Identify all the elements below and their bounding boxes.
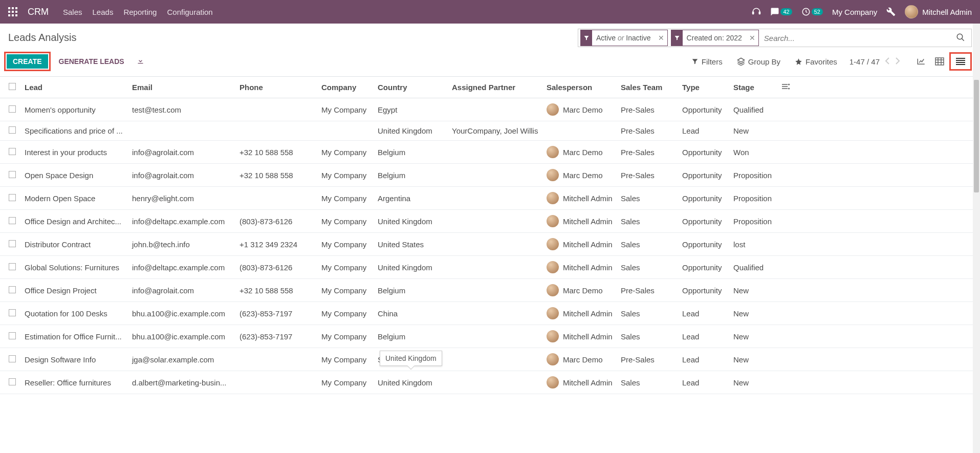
svg-rect-24	[782, 86, 788, 87]
col-partner[interactable]: Assigned Partner	[448, 77, 542, 98]
company-switcher[interactable]: My Company	[832, 8, 877, 16]
row-checkbox[interactable]	[9, 148, 16, 155]
generate-leads-button[interactable]: GENERATE LEADS	[54, 54, 129, 69]
tray-phone-icon[interactable]	[752, 7, 761, 16]
cell-company: My Company	[317, 325, 374, 348]
col-stage[interactable]: Stage	[729, 77, 778, 98]
download-icon[interactable]	[133, 54, 148, 69]
cell-company: My Company	[317, 348, 374, 371]
svg-rect-6	[8, 14, 10, 16]
cell-phone: +32 10 588 558	[235, 279, 317, 302]
scrollbar[interactable]	[973, 24, 980, 394]
svg-rect-5	[15, 11, 17, 13]
brand[interactable]: CRM	[28, 7, 49, 17]
cell-email: bhu.a100@ic.example.com	[128, 325, 235, 348]
create-button[interactable]: CREATE	[7, 54, 48, 69]
cell-type: Opportunity	[678, 141, 729, 164]
row-checkbox[interactable]	[9, 309, 16, 316]
table-row[interactable]: Modern Open Space henry@elight.com My Co…	[0, 187, 973, 210]
column-options-icon[interactable]	[778, 77, 973, 98]
table-row[interactable]: Interest in your products info@agrolait.…	[0, 141, 973, 164]
row-checkbox[interactable]	[9, 286, 16, 293]
cell-salesperson: Mitchell Admin	[542, 325, 617, 348]
table-row[interactable]: Momen's opportunity test@test.com My Com…	[0, 98, 973, 121]
table-row[interactable]: Estimation for Office Furnit... bhu.a100…	[0, 325, 973, 348]
cell-stage: Proposition	[729, 187, 778, 210]
row-checkbox[interactable]	[9, 332, 16, 339]
table-row[interactable]: Distributor Contract john.b@tech.info +1…	[0, 233, 973, 256]
table-row[interactable]: Open Space Design info@agrolait.com +32 …	[0, 164, 973, 187]
cell-stage: New	[729, 325, 778, 348]
cell-company	[317, 121, 374, 141]
messages-icon[interactable]: 42	[770, 7, 792, 16]
table-row[interactable]: Global Solutions: Furnitures info@deltap…	[0, 256, 973, 279]
cell-stage: New	[729, 279, 778, 302]
row-checkbox[interactable]	[9, 263, 16, 270]
row-checkbox[interactable]	[9, 105, 16, 113]
row-checkbox[interactable]	[9, 217, 16, 224]
pager-next-icon[interactable]	[895, 57, 900, 66]
debug-icon[interactable]	[886, 7, 896, 16]
nav-sales[interactable]: Sales	[63, 8, 82, 16]
cell-salesperson: Marc Demo	[542, 98, 617, 121]
cell-partner	[448, 256, 542, 279]
row-checkbox[interactable]	[9, 240, 16, 247]
activities-icon[interactable]: 52	[801, 7, 823, 16]
nav-reporting[interactable]: Reporting	[123, 8, 157, 16]
cell-company: My Company	[317, 141, 374, 164]
row-checkbox[interactable]	[9, 194, 16, 201]
cell-company: My Company	[317, 233, 374, 256]
groupby-dropdown[interactable]: Group By	[737, 57, 780, 66]
table-row[interactable]: Design Software Info jga@solar.example.c…	[0, 348, 973, 371]
cell-salesperson: Marc Demo	[542, 348, 617, 371]
table-row[interactable]: Office Design and Architec... info@delta…	[0, 210, 973, 233]
facet-remove-icon[interactable]: ✕	[746, 34, 758, 42]
search-box[interactable]: Active or Inactive ✕ Created on: 2022 ✕	[578, 29, 972, 47]
row-checkbox[interactable]	[9, 378, 16, 385]
cell-partner	[448, 187, 542, 210]
apps-icon[interactable]	[8, 7, 17, 16]
view-graph-icon[interactable]	[912, 54, 930, 69]
view-pivot-icon[interactable]	[931, 54, 948, 69]
salesperson-name: Marc Demo	[563, 355, 603, 364]
table-row[interactable]: Reseller: Office furnitures d.albert@mar…	[0, 371, 973, 394]
cell-salesperson: Mitchell Admin	[542, 256, 617, 279]
col-team[interactable]: Sales Team	[617, 77, 678, 98]
col-salesperson[interactable]: Salesperson	[542, 77, 617, 98]
cell-country: China	[374, 302, 448, 325]
select-all-checkbox[interactable]	[9, 83, 16, 90]
table-row[interactable]: Specifications and price of ... United K…	[0, 121, 973, 141]
svg-rect-23	[782, 84, 788, 85]
nav-leads[interactable]: Leads	[93, 8, 114, 16]
pager-prev-icon[interactable]	[885, 57, 890, 66]
user-menu[interactable]: Mitchell Admin	[905, 5, 972, 18]
cell-lead: Momen's opportunity	[20, 98, 128, 121]
col-phone[interactable]: Phone	[235, 77, 317, 98]
search-input[interactable]	[762, 34, 953, 42]
row-checkbox[interactable]	[9, 171, 16, 178]
cell-company: My Company	[317, 302, 374, 325]
filters-dropdown[interactable]: Filters	[691, 57, 723, 66]
cell-type: Lead	[678, 302, 729, 325]
col-email[interactable]: Email	[128, 77, 235, 98]
col-lead[interactable]: Lead	[20, 77, 128, 98]
cell-partner	[448, 371, 542, 394]
col-company[interactable]: Company	[317, 77, 374, 98]
col-type[interactable]: Type	[678, 77, 729, 98]
table-row[interactable]: Office Design Project info@agrolait.com …	[0, 279, 973, 302]
pager-range[interactable]: 1-47 / 47	[850, 57, 880, 66]
salesperson-avatar-icon	[547, 103, 559, 116]
row-checkbox[interactable]	[9, 126, 16, 134]
search-icon[interactable]	[953, 33, 968, 44]
facet-remove-icon[interactable]: ✕	[655, 34, 667, 42]
cell-country: United States	[374, 233, 448, 256]
scrollbar-thumb[interactable]	[974, 80, 979, 192]
row-checkbox[interactable]	[9, 355, 16, 362]
nav-configuration[interactable]: Configuration	[167, 8, 212, 16]
table-row[interactable]: Quotation for 100 Desks bhu.a100@ic.exam…	[0, 302, 973, 325]
col-country[interactable]: Country	[374, 77, 448, 98]
navbar-right: 42 52 My Company Mitchell Admin	[752, 5, 972, 18]
view-list-icon[interactable]	[952, 55, 969, 68]
favorites-dropdown[interactable]: Favorites	[795, 57, 837, 66]
cell-country: United Kingdom	[374, 256, 448, 279]
